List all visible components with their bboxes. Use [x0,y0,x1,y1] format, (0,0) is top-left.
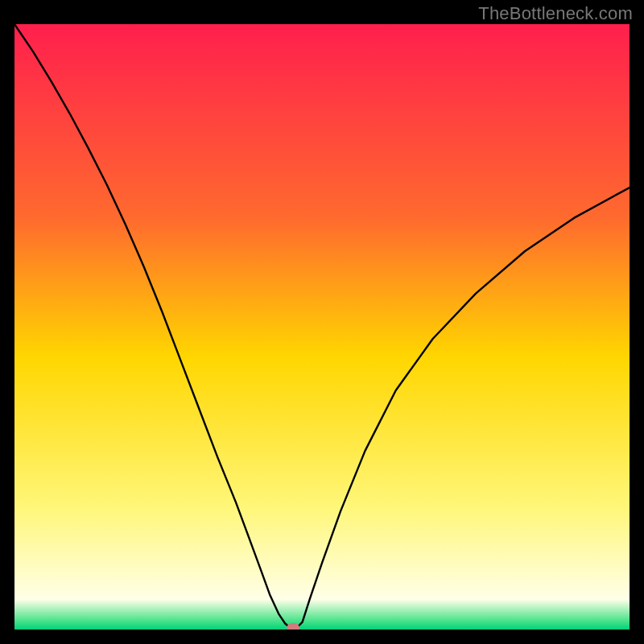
plot-area [14,24,630,630]
bottleneck-chart [14,24,630,630]
background-gradient [14,24,630,630]
chart-frame: TheBottleneck.com [0,0,644,644]
watermark-text: TheBottleneck.com [478,3,633,24]
